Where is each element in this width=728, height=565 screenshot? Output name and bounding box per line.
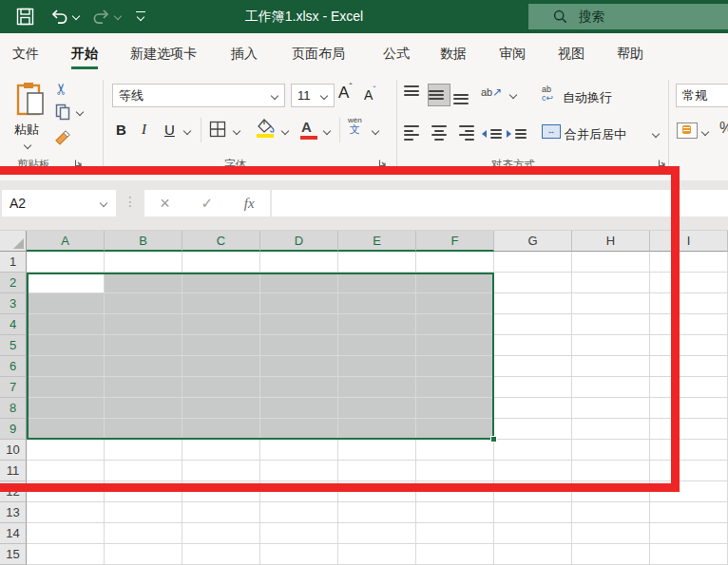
cell-D14[interactable]	[260, 523, 338, 544]
align-center-button[interactable]	[428, 122, 450, 144]
decrease-indent-icon[interactable]	[481, 122, 504, 145]
tab-ribbon-3[interactable]: 插入	[231, 46, 258, 63]
cell-F14[interactable]	[416, 523, 494, 544]
phonetic-dropdown-icon[interactable]	[372, 127, 379, 135]
column-header-F[interactable]: F	[416, 231, 494, 252]
cell-B3[interactable]	[105, 293, 182, 314]
cell-E14[interactable]	[338, 523, 416, 544]
orientation-icon[interactable]: ab↗	[481, 85, 502, 99]
row-header-15[interactable]: 15	[0, 544, 27, 565]
cell-E7[interactable]	[338, 377, 416, 398]
formula-input[interactable]	[272, 190, 728, 217]
insert-function-icon[interactable]: fx	[244, 196, 255, 212]
tab-ribbon-1[interactable]: 开始	[71, 46, 98, 63]
cell-G15[interactable]	[494, 544, 572, 565]
cell-A15[interactable]	[27, 544, 105, 565]
cell-I14[interactable]	[650, 523, 728, 544]
cell-E6[interactable]	[338, 356, 416, 377]
cell-D1[interactable]	[260, 252, 338, 273]
row-header-5[interactable]: 5	[0, 335, 27, 356]
row-header-10[interactable]: 10	[0, 440, 27, 461]
paste-dropdown-icon[interactable]	[24, 141, 31, 149]
cell-H5[interactable]	[572, 335, 650, 356]
cell-D2[interactable]	[260, 273, 338, 293]
cell-H6[interactable]	[572, 356, 650, 377]
cell-A1[interactable]	[27, 252, 105, 273]
cell-C2[interactable]	[182, 273, 260, 293]
cell-G2[interactable]	[494, 273, 572, 293]
cell-B6[interactable]	[105, 356, 182, 377]
cell-A4[interactable]	[27, 314, 105, 335]
cell-I2[interactable]	[650, 273, 728, 293]
cell-A12[interactable]	[27, 481, 105, 502]
cancel-icon[interactable]: ×	[160, 194, 170, 214]
cell-E15[interactable]	[338, 544, 416, 565]
cell-F1[interactable]	[416, 252, 494, 273]
font-color-icon[interactable]: A	[301, 119, 312, 135]
cell-I3[interactable]	[650, 293, 728, 314]
phonetic-guide-icon[interactable]: wén 文	[348, 117, 362, 135]
cell-D13[interactable]	[260, 502, 338, 523]
tab-ribbon-9[interactable]: 帮助	[617, 46, 643, 63]
cell-H13[interactable]	[572, 502, 650, 523]
cell-D7[interactable]	[260, 377, 338, 398]
row-header-12[interactable]: 12	[0, 481, 27, 502]
row-header-1[interactable]: 1	[0, 252, 27, 273]
quick-access-customize-chevron-icon[interactable]	[137, 13, 144, 21]
cell-E1[interactable]	[338, 252, 416, 273]
borders-dropdown-icon[interactable]	[233, 127, 240, 135]
wrap-text-button[interactable]: 自动换行	[563, 89, 612, 106]
cell-C10[interactable]	[182, 440, 260, 461]
cell-E9[interactable]	[338, 419, 416, 440]
cell-F5[interactable]	[416, 335, 494, 356]
cell-B13[interactable]	[105, 502, 182, 523]
cell-E8[interactable]	[338, 398, 416, 419]
cell-I6[interactable]	[650, 356, 728, 377]
number-format-combobox[interactable]: 常规	[676, 84, 728, 107]
row-header-2[interactable]: 2	[0, 273, 27, 293]
cell-E11[interactable]	[338, 461, 416, 481]
cell-A13[interactable]	[27, 502, 105, 523]
align-middle-button[interactable]	[428, 84, 450, 106]
cell-F11[interactable]	[416, 461, 494, 481]
column-header-A[interactable]: A	[27, 231, 105, 252]
cell-F3[interactable]	[416, 293, 494, 314]
cell-F10[interactable]	[416, 440, 494, 461]
format-painter-icon[interactable]	[54, 129, 72, 146]
undo-dropdown-icon[interactable]	[72, 12, 80, 20]
accounting-format-icon[interactable]	[677, 122, 698, 139]
cell-I15[interactable]	[650, 544, 728, 565]
cell-C4[interactable]	[182, 314, 260, 335]
fill-handle[interactable]	[490, 436, 497, 443]
cell-I9[interactable]	[650, 419, 728, 440]
cell-D12[interactable]	[260, 481, 338, 502]
cell-B2[interactable]	[105, 273, 182, 293]
search-input[interactable]: 搜索	[528, 4, 728, 29]
font-color-dropdown-icon[interactable]	[323, 127, 331, 135]
underline-dropdown-icon[interactable]	[183, 127, 191, 135]
row-header-14[interactable]: 14	[0, 523, 27, 544]
cell-I1[interactable]	[650, 252, 728, 273]
cell-E3[interactable]	[338, 293, 416, 314]
cell-A9[interactable]	[27, 419, 105, 440]
cell-F8[interactable]	[416, 398, 494, 419]
column-header-E[interactable]: E	[338, 231, 416, 252]
tab-file[interactable]: 文件	[12, 46, 39, 63]
cell-D4[interactable]	[260, 314, 338, 335]
font-dialog-launcher-icon[interactable]	[378, 159, 387, 167]
cell-A10[interactable]	[27, 440, 105, 461]
cell-B14[interactable]	[105, 523, 182, 544]
paste-button[interactable]: 粘贴	[10, 80, 53, 154]
alignment-dialog-launcher-icon[interactable]	[658, 159, 666, 167]
column-header-I[interactable]: I	[650, 231, 728, 252]
align-right-button[interactable]	[452, 122, 475, 144]
font-name-combobox[interactable]: 等线	[112, 84, 285, 107]
cell-D8[interactable]	[260, 398, 338, 419]
cell-B12[interactable]	[105, 481, 182, 502]
cell-H8[interactable]	[572, 398, 650, 419]
column-header-D[interactable]: D	[260, 231, 338, 252]
tab-ribbon-4[interactable]: 页面布局	[292, 46, 345, 63]
row-header-13[interactable]: 13	[0, 502, 27, 523]
orientation-dropdown-icon[interactable]	[509, 91, 517, 99]
cell-B1[interactable]	[105, 252, 182, 273]
